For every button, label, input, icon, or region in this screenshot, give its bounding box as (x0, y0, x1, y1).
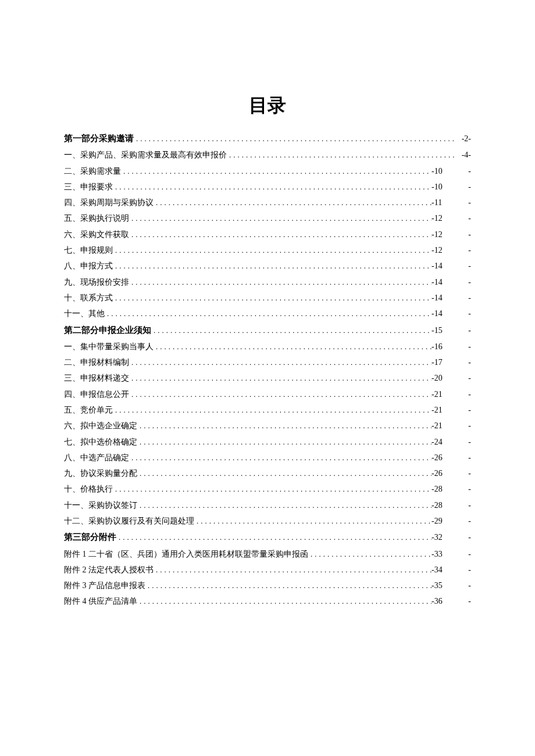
toc-entry-page: -28- (431, 497, 471, 513)
toc-dots (154, 195, 431, 210)
toc-entry-page: -21- (431, 418, 471, 433)
toc-entry-page: -12- (431, 242, 471, 258)
toc-entry: 附件 4 供应产品清单-36- (64, 593, 471, 609)
toc-entry-label: 附件 2 法定代表人授权书 (64, 562, 154, 578)
toc-entry: 第二部分申报企业须知-15- (64, 322, 471, 339)
toc-entry-label: 五、采购执行说明 (64, 210, 129, 226)
toc-dots (151, 323, 431, 338)
toc-entry-label: 附件 4 供应产品清单 (64, 593, 137, 609)
toc-dots (129, 275, 431, 289)
toc-entry: 附件 3 产品信息申报表-35- (64, 578, 471, 593)
toc-entry-page: -14- (431, 274, 471, 290)
toc-entry: 十一、其他-14- (64, 306, 471, 321)
toc-dots (129, 227, 431, 242)
toc-entry-page: -4- (456, 147, 471, 163)
toc-entry-page: -14- (431, 258, 471, 274)
toc-dots (308, 547, 431, 561)
toc-dots (194, 514, 431, 528)
toc-entry: 九、现场报价安排-14- (64, 274, 471, 290)
toc-entry: 六、拟中选企业确定-21- (64, 418, 471, 433)
toc-entry: 三、申报要求-10- (64, 179, 471, 195)
toc-entry: 第三部分附件-32- (64, 529, 471, 546)
toc-entry-label: 十、价格执行 (64, 481, 113, 497)
toc-entry-page: -32- (431, 529, 471, 545)
toc-entry: 五、采购执行说明-12- (64, 210, 471, 226)
toc-entry: 七、申报规则-12- (64, 242, 471, 258)
toc-entry-label: 第三部分附件 (64, 529, 116, 546)
toc-entry: 六、采购文件获取-12- (64, 227, 471, 242)
toc-entry-label: 九、协议采购量分配 (64, 465, 137, 481)
toc-dots (145, 578, 431, 593)
toc-entry-label: 附件 1 二十省（区、兵团）通用介入类医用耗材联盟带量采购申报函 (64, 546, 308, 562)
toc-entry-page: -34- (431, 562, 471, 578)
toc-dots (129, 450, 431, 465)
toc-entry-page: -12- (431, 210, 471, 226)
toc-entry: 四、申报信息公开-21- (64, 386, 471, 402)
toc-entry-label: 四、采购周期与采购协议 (64, 195, 154, 210)
toc-dots (137, 435, 431, 449)
toc-entry: 十、价格执行-28- (64, 481, 471, 497)
toc-dots (137, 498, 431, 513)
toc-dots (227, 148, 456, 162)
toc-entry-label: 四、申报信息公开 (64, 386, 129, 402)
toc-entry-label: 七、申报规则 (64, 242, 113, 258)
toc-entry-page: -10- (431, 179, 471, 195)
toc-entry-label: 附件 3 产品信息申报表 (64, 578, 145, 593)
toc-entry-label: 二、采购需求量 (64, 163, 121, 179)
toc-dots (129, 387, 431, 402)
toc-entry-page: -24- (431, 434, 471, 450)
toc-dots (113, 180, 431, 194)
toc-entry-label: 七、拟中选价格确定 (64, 434, 137, 450)
toc-entry: 七、拟中选价格确定-24- (64, 434, 471, 450)
toc-dots (137, 466, 431, 481)
toc-entry: 十一、采购协议签订-28- (64, 497, 471, 513)
toc-entry-page: -14- (431, 306, 471, 321)
toc-dots (129, 371, 431, 385)
toc-dots (113, 259, 431, 273)
toc-entry-label: 第二部分申报企业须知 (64, 322, 151, 339)
toc-entry-page: -36- (431, 593, 471, 609)
toc-entry-label: 三、申报材料递交 (64, 370, 129, 386)
toc-entry: 九、协议采购量分配-26- (64, 465, 471, 481)
toc-entry: 十二、采购协议履行及有关问题处理-29- (64, 513, 471, 529)
toc-entry-page: -21- (431, 386, 471, 402)
toc-entry: 附件 2 法定代表人授权书-34- (64, 562, 471, 578)
toc-dots (113, 291, 431, 305)
toc-entry-label: 八、申报方式 (64, 258, 113, 274)
toc-dots (116, 530, 431, 544)
toc-entry: 四、采购周期与采购协议-11- (64, 195, 471, 210)
toc-entry-label: 二、申报材料编制 (64, 354, 129, 370)
toc-entry-page: -20- (431, 370, 471, 386)
toc-entry-label: 十一、采购协议签订 (64, 497, 137, 513)
toc-dots (137, 594, 431, 608)
toc-entry: 三、申报材料递交-20- (64, 370, 471, 386)
toc-entry-page: -35- (431, 578, 471, 593)
toc-dots (105, 306, 431, 321)
toc-entry-label: 八、中选产品确定 (64, 450, 129, 465)
toc-entry-page: -16- (431, 339, 471, 354)
toc-entry: 附件 1 二十省（区、兵团）通用介入类医用耗材联盟带量采购申报函-33- (64, 546, 471, 562)
toc-dots (154, 562, 431, 577)
toc-entry: 八、申报方式-14- (64, 258, 471, 274)
toc-dots (113, 403, 431, 417)
toc-entry-label: 三、申报要求 (64, 179, 113, 195)
toc-entry-label: 十二、采购协议履行及有关问题处理 (64, 513, 194, 529)
toc-entry: 二、采购需求量-10- (64, 163, 471, 179)
toc-entry-page: -2- (456, 131, 471, 146)
toc-entry-page: -29- (431, 513, 471, 529)
toc-entry: 第一部分采购邀请-2- (64, 130, 471, 147)
toc-entry-label: 十、联系方式 (64, 290, 113, 306)
toc-dots (129, 211, 431, 225)
toc-entry-label: 一、采购产品、采购需求量及最高有效申报价 (64, 147, 227, 163)
toc-entry-page: -10- (431, 163, 471, 179)
toc-entry-label: 一、集中带量采购当事人 (64, 339, 154, 354)
toc-entry-page: -33- (431, 546, 471, 562)
toc-dots (154, 339, 431, 354)
toc-entry-page: -17- (431, 354, 471, 370)
toc-entry-label: 九、现场报价安排 (64, 274, 129, 290)
toc-dots (137, 418, 431, 433)
toc-entry-page: -21- (431, 402, 471, 418)
toc-entry-label: 第一部分采购邀请 (64, 130, 134, 147)
toc-entry-label: 六、采购文件获取 (64, 227, 129, 242)
toc-entry-page: -26- (431, 450, 471, 465)
